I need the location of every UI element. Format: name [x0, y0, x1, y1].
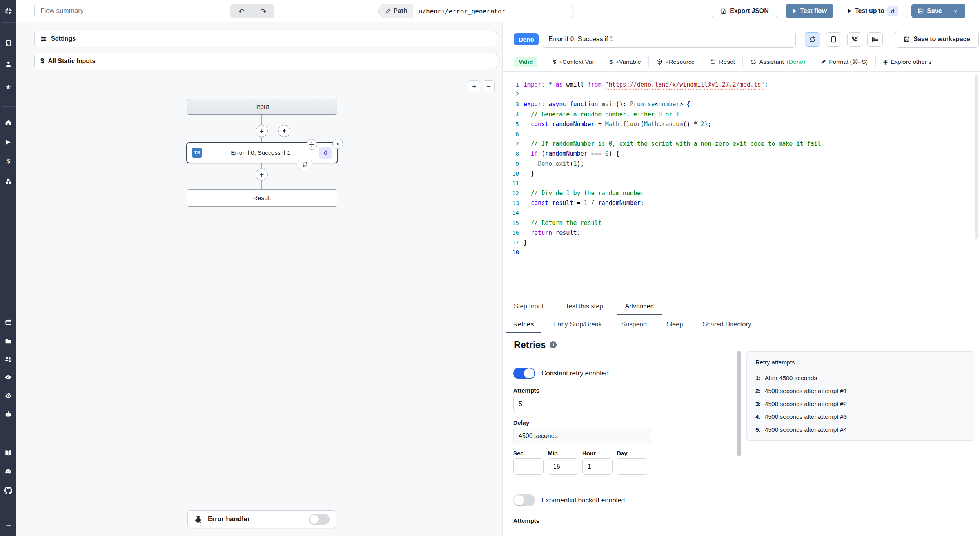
groups-users-icon[interactable]: [0, 353, 16, 366]
zoom-out-button[interactable]: −: [483, 80, 495, 92]
delete-step-button[interactable]: ×: [332, 139, 343, 149]
schedules-calendar-icon[interactable]: [0, 315, 16, 329]
editor-scrollbar[interactable]: [975, 75, 978, 239]
windmill-logo-icon[interactable]: [0, 4, 16, 18]
delay-input[interactable]: [513, 428, 651, 444]
format-button[interactable]: Format (⌘+S): [820, 58, 868, 65]
tab-test-this-step[interactable]: Test this step: [557, 297, 611, 315]
dollar-icon: $: [553, 58, 556, 65]
path-pill[interactable]: Path u/henri/error_generator: [378, 4, 574, 18]
add-step-above-button[interactable]: +: [256, 125, 268, 137]
runs-play-icon[interactable]: ▶: [0, 135, 16, 148]
code-line: 12 // Divide 1 by the random number: [503, 188, 980, 198]
tab-advanced[interactable]: Advanced: [617, 297, 662, 315]
canvas-divider: [16, 71, 502, 71]
dollar-icon: $: [40, 57, 44, 65]
content-scrollbar[interactable]: [737, 351, 741, 456]
subtab-suspend[interactable]: Suspend: [614, 315, 654, 333]
flow-settings-button[interactable]: Settings: [34, 31, 497, 47]
save-to-workspace-button[interactable]: Save to workspace: [895, 31, 979, 48]
github-icon[interactable]: [0, 484, 16, 497]
retries-toggle-icon-button[interactable]: [805, 32, 820, 47]
constant-retry-toggle[interactable]: [513, 368, 535, 379]
expand-sidebar-arrow-icon[interactable]: →: [0, 518, 16, 531]
flow-settings-label: Settings: [51, 35, 76, 42]
input-node[interactable]: Input: [187, 99, 337, 115]
cube-icon: [656, 59, 662, 65]
audit-logs-eye-icon[interactable]: [0, 371, 16, 384]
code-editor[interactable]: 1import * as wmill from "https://deno.la…: [503, 72, 980, 297]
flow-summary-input[interactable]: [34, 4, 223, 18]
undo-button[interactable]: ↶: [232, 7, 250, 16]
retry-attempt-item: 2:4500 seconds after attempt #1: [755, 384, 966, 397]
test-flow-button[interactable]: Test flow: [786, 4, 833, 18]
info-icon[interactable]: i: [550, 341, 557, 348]
hour-input[interactable]: [582, 458, 613, 475]
min-input[interactable]: [548, 458, 578, 475]
day-input[interactable]: [617, 458, 647, 475]
sleep-bed-icon-button[interactable]: [867, 32, 883, 47]
test-up-to-button[interactable]: Test up to d: [838, 4, 907, 18]
toggle-knob: [524, 368, 534, 378]
exponential-backoff-toggle[interactable]: [513, 494, 535, 506]
user-icon[interactable]: [0, 57, 16, 71]
save-dropdown-button[interactable]: [945, 4, 965, 18]
variables-dollar-icon[interactable]: $: [0, 155, 16, 168]
subtab-retries[interactable]: Retries: [506, 315, 541, 333]
assistant-refresh-icon: [750, 59, 757, 65]
indent-guide: [526, 118, 526, 246]
suspend-phone-icon-button[interactable]: [847, 32, 862, 47]
docs-book-icon[interactable]: [0, 446, 16, 460]
step-name-input[interactable]: [543, 31, 796, 48]
subtab-early-stop[interactable]: Early Stop/Break: [546, 315, 609, 333]
workspace-building-icon[interactable]: [0, 36, 16, 50]
export-json-button[interactable]: Export JSON: [712, 4, 777, 18]
step-retry-loop-icon[interactable]: [298, 159, 312, 170]
error-handler-node[interactable]: Error handler: [187, 510, 336, 528]
subtab-sleep[interactable]: Sleep: [659, 315, 690, 333]
input-node-label: Input: [255, 103, 269, 110]
star-glyph: ★: [5, 83, 11, 91]
home-icon[interactable]: [0, 116, 16, 129]
zoom-in-button[interactable]: +: [468, 80, 480, 92]
attempts-input[interactable]: [513, 396, 733, 412]
add-resource-label: +Resource: [665, 58, 695, 65]
subtab-shared-directory[interactable]: Shared Directory: [695, 315, 758, 333]
line-number: 10: [503, 169, 519, 179]
settings-gear-icon[interactable]: ⚙: [0, 389, 16, 402]
bug-icon: [194, 515, 202, 523]
workers-robot-icon[interactable]: [0, 408, 16, 421]
line-number: 8: [503, 149, 519, 159]
move-step-button[interactable]: [307, 139, 317, 150]
reset-button[interactable]: Reset: [710, 58, 735, 65]
test-flow-label: Test flow: [800, 7, 827, 14]
result-node[interactable]: Result: [187, 189, 337, 207]
resources-cubes-icon[interactable]: [0, 174, 16, 188]
discord-icon[interactable]: [0, 465, 16, 478]
code-text: [519, 90, 980, 100]
favorites-star-icon[interactable]: ★: [0, 80, 16, 94]
folders-icon[interactable]: [0, 334, 16, 348]
sec-input[interactable]: [513, 458, 544, 475]
dollar-icon: $: [610, 58, 613, 65]
sliders-icon: [40, 36, 47, 42]
add-variable-button[interactable]: $ +Variable: [610, 58, 641, 65]
redo-button[interactable]: ↷: [254, 7, 272, 16]
add-step-below-button[interactable]: +: [256, 168, 268, 181]
assistant-button[interactable]: Assistant (Deno): [750, 58, 805, 65]
code-line: 18: [503, 248, 980, 257]
path-value: u/henri/error_generator: [413, 4, 511, 18]
code-text: [519, 208, 980, 218]
explore-scripts-button[interactable]: ◉ Explore other s: [883, 58, 931, 65]
add-context-var-button[interactable]: $ +Context Var: [553, 58, 594, 65]
trigger-bolt-button[interactable]: [278, 125, 290, 137]
error-handler-toggle[interactable]: [309, 514, 330, 525]
toolbar-divider: [545, 56, 545, 68]
line-number: 12: [503, 188, 519, 198]
code-text: [519, 129, 980, 139]
tab-step-input[interactable]: Step Input: [506, 297, 551, 315]
code-text: return result;: [519, 228, 980, 238]
all-static-inputs-button[interactable]: $ All Static Inputs: [34, 53, 497, 69]
early-stop-square-icon-button[interactable]: [826, 32, 841, 47]
add-resource-button[interactable]: +Resource: [656, 58, 695, 65]
